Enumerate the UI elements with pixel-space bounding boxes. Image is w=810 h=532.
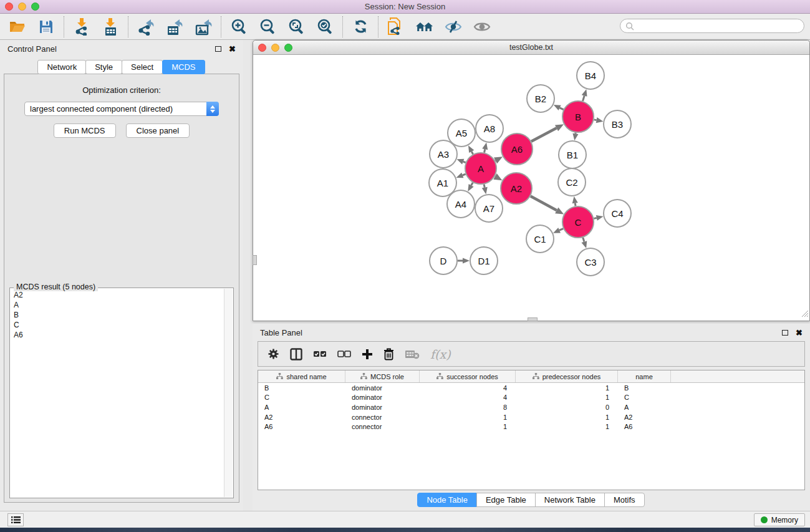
result-list-item[interactable]: B — [14, 310, 224, 320]
delete-table-icon[interactable] — [405, 349, 420, 359]
column-header-shared-name[interactable]: shared name — [258, 370, 345, 382]
window-titlebar[interactable]: Session: New Session — [0, 0, 810, 14]
export-network-icon[interactable] — [137, 18, 155, 36]
zoom-selected-icon[interactable] — [316, 18, 334, 36]
function-builder-icon[interactable]: f(x) — [430, 347, 451, 361]
graph-edge-A-A5[interactable] — [471, 152, 473, 154]
result-list-item[interactable]: C — [14, 320, 224, 330]
graph-edge-A2-C[interactable] — [531, 196, 557, 210]
task-history-button[interactable] — [7, 513, 24, 526]
table-row[interactable]: Adominator80A — [258, 402, 804, 412]
export-table-icon[interactable] — [166, 18, 183, 36]
graph-edge-A-A8[interactable] — [485, 149, 485, 152]
tab-mcds[interactable]: MCDS — [162, 60, 205, 74]
optimization-criterion-dropdown[interactable]: largest connected component (directed) — [24, 102, 219, 116]
table-cell: A — [258, 402, 345, 412]
refresh-icon[interactable] — [352, 18, 369, 36]
graph-edge-A6-B[interactable] — [531, 128, 557, 142]
graph-node-label: A8 — [484, 123, 495, 134]
table-row[interactable]: Bdominator41B — [258, 383, 804, 393]
table-float-panel-icon[interactable] — [782, 330, 788, 336]
zoom-out-icon[interactable] — [259, 18, 276, 36]
table-cell: A — [618, 402, 671, 412]
export-image-icon[interactable] — [195, 18, 212, 36]
column-header-name[interactable]: name — [618, 370, 671, 382]
column-header-MCDS-role[interactable]: MCDS role — [345, 370, 420, 382]
network-minimize-icon[interactable] — [271, 44, 279, 52]
graph-edge-C-C1[interactable] — [559, 229, 563, 231]
import-table-icon[interactable] — [102, 18, 119, 36]
graph-edge-B-B3[interactable] — [594, 120, 597, 120]
run-mcds-button[interactable]: Run MCDS — [54, 123, 116, 138]
graph-edge-B-B2[interactable] — [560, 108, 564, 110]
tab-network[interactable]: Network — [37, 60, 86, 74]
search-box[interactable] — [620, 19, 804, 33]
close-window-icon[interactable] — [5, 2, 13, 11]
arrowhead-icon — [582, 89, 587, 97]
tab-motifs[interactable]: Motifs — [604, 493, 645, 507]
save-icon[interactable] — [37, 18, 55, 36]
new-network-from-selection-icon[interactable] — [387, 18, 405, 36]
table-close-panel-icon[interactable]: ✖ — [796, 329, 803, 337]
graph-edge-C-C3[interactable] — [583, 238, 584, 242]
graph-edge-C-C2[interactable] — [575, 203, 576, 206]
network-canvas[interactable]: B4B2BB3A5A8A6A3B1AA1C2A2A4A7C4CC1DD1C3 — [253, 56, 809, 321]
float-panel-icon[interactable] — [215, 46, 221, 52]
select-all-checkboxes-icon[interactable] — [313, 350, 327, 359]
zoom-window-icon[interactable] — [31, 2, 39, 11]
column-header-successor-nodes[interactable]: successor nodes — [420, 370, 516, 382]
gear-icon[interactable] — [268, 348, 279, 360]
network-close-icon[interactable] — [258, 44, 266, 52]
close-panel-button[interactable]: Close panel — [126, 123, 190, 138]
arrowhead-icon — [596, 215, 604, 221]
zoom-fit-icon[interactable] — [287, 18, 305, 36]
graph-node-label: B2 — [535, 94, 546, 104]
table-row[interactable]: A2connector11A2 — [258, 412, 804, 422]
bottom-split-grip[interactable] — [528, 317, 538, 321]
table-row[interactable]: Cdominator41C — [258, 393, 804, 403]
column-header-predecessor-nodes[interactable]: predecessor nodes — [516, 370, 618, 382]
result-list-item[interactable]: A2 — [14, 290, 224, 300]
network-window-titlebar[interactable]: testGlobe.txt — [253, 41, 809, 55]
column-split-icon[interactable] — [290, 348, 302, 360]
memory-button[interactable]: Memory — [754, 513, 805, 526]
network-window-title: testGlobe.txt — [253, 43, 809, 52]
arrowhead-icon — [572, 196, 578, 204]
show-all-icon[interactable] — [473, 18, 491, 36]
zoom-in-icon[interactable] — [230, 18, 248, 36]
graph-edge-A-A4[interactable] — [471, 183, 473, 186]
result-scrollbar[interactable] — [224, 289, 233, 497]
tab-node-table[interactable]: Node Table — [417, 493, 477, 507]
add-column-icon[interactable] — [362, 349, 373, 360]
tab-network-table[interactable]: Network Table — [535, 493, 605, 507]
hierarchy-icon — [533, 373, 539, 380]
graph-edge-A-A3[interactable] — [463, 162, 466, 163]
search-input[interactable] — [634, 21, 804, 32]
close-panel-icon[interactable]: ✖ — [229, 45, 236, 53]
network-zoom-icon[interactable] — [284, 44, 292, 52]
open-folder-icon[interactable] — [9, 18, 26, 36]
table-row[interactable]: A6connector11A6 — [258, 422, 804, 432]
graph-edge-B-B4[interactable] — [583, 96, 585, 102]
hide-selected-icon[interactable] — [445, 18, 462, 36]
tab-select[interactable]: Select — [122, 60, 163, 74]
minimize-window-icon[interactable] — [18, 2, 26, 11]
result-list-item[interactable]: A — [14, 300, 224, 310]
graph-edge-A-A7[interactable] — [484, 184, 485, 187]
column-header-label: name — [635, 373, 653, 380]
import-network-icon[interactable] — [73, 18, 90, 36]
left-split-grip[interactable] — [253, 255, 257, 265]
table-panel-title: Table Panel — [260, 328, 302, 337]
graph-edge-A-A1[interactable] — [463, 174, 466, 175]
result-list-item[interactable]: A6 — [14, 330, 224, 340]
graph-node-label: A7 — [483, 203, 494, 214]
tab-edge-table[interactable]: Edge Table — [476, 493, 536, 507]
first-neighbors-icon[interactable] — [416, 18, 433, 36]
deselect-all-checkboxes-icon[interactable] — [337, 350, 351, 359]
tab-style[interactable]: Style — [85, 60, 122, 74]
graph-edge-C-C4[interactable] — [594, 218, 596, 218]
graph-node-label: A5 — [456, 128, 467, 138]
table-cell: C — [618, 393, 671, 403]
resize-corner-handle[interactable] — [801, 309, 809, 320]
delete-column-icon[interactable] — [383, 348, 394, 360]
